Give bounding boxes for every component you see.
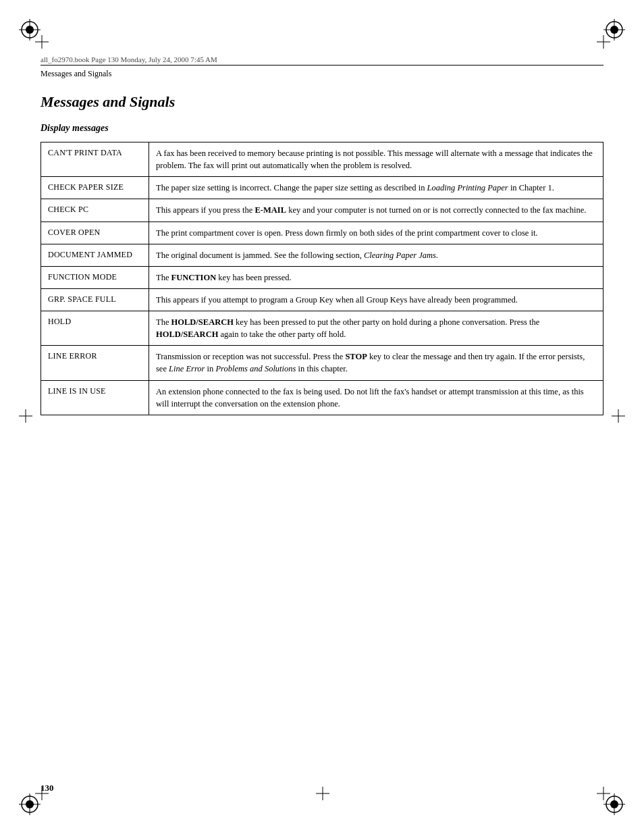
table-row: LINE ERRORTransmission or reception was …	[41, 346, 603, 380]
header-rule	[41, 65, 603, 66]
message-code: COVER OPEN	[41, 221, 149, 244]
section-title: Display messages	[41, 123, 603, 134]
table-row: FUNCTION MODEThe FUNCTION key has been p…	[41, 266, 603, 288]
message-description: The original document is jammed. See the…	[149, 244, 603, 266]
message-description: A fax has been received to memory becaus…	[149, 142, 603, 177]
cross-mark-tr	[597, 35, 609, 47]
message-code: DOCUMENT JAMMED	[41, 244, 149, 266]
messages-table: CAN'T PRINT DATAA fax has been received …	[41, 142, 603, 415]
side-mark-left	[19, 409, 32, 425]
message-code: CHECK PAPER SIZE	[41, 177, 149, 199]
message-code: GRP. SPACE FULL	[41, 288, 149, 311]
message-description: The paper size setting is incorrect. Cha…	[149, 177, 603, 199]
message-code: LINE ERROR	[41, 346, 149, 380]
page-title: Messages and Signals	[41, 93, 603, 111]
header-meta: all_fo2970.book Page 130 Monday, July 24…	[41, 55, 603, 63]
message-description: An extension phone connected to the fax …	[149, 380, 603, 415]
side-mark-right	[612, 409, 625, 425]
table-row: COVER OPENThe print compartment cover is…	[41, 221, 603, 244]
message-description: This appears if you press the E-MAIL key…	[149, 199, 603, 221]
message-code: CHECK PC	[41, 199, 149, 221]
message-description: The FUNCTION key has been pressed.	[149, 266, 603, 288]
message-code: CAN'T PRINT DATA	[41, 142, 149, 177]
table-row: CHECK PAPER SIZEThe paper size setting i…	[41, 177, 603, 199]
table-row: LINE IS IN USEAn extension phone connect…	[41, 380, 603, 415]
message-description: This appears if you attempt to program a…	[149, 288, 603, 311]
table-row: CHECK PCThis appears if you press the E-…	[41, 199, 603, 221]
message-description: The print compartment cover is open. Pre…	[149, 221, 603, 244]
message-description: Transmission or reception was not succes…	[149, 346, 603, 380]
message-code: HOLD	[41, 311, 149, 346]
main-content: Messages and Signals Display messages CA…	[41, 80, 603, 780]
table-row: CAN'T PRINT DATAA fax has been received …	[41, 142, 603, 177]
cross-mark-bc	[316, 787, 328, 799]
cross-mark-br	[597, 787, 609, 799]
cross-mark-tl	[35, 35, 47, 47]
table-row: DOCUMENT JAMMEDThe original document is …	[41, 244, 603, 266]
message-code: FUNCTION MODE	[41, 266, 149, 288]
message-code: LINE IS IN USE	[41, 380, 149, 415]
table-row: GRP. SPACE FULLThis appears if you attem…	[41, 288, 603, 311]
message-description: The HOLD/SEARCH key has been pressed to …	[149, 311, 603, 346]
table-row: HOLDThe HOLD/SEARCH key has been pressed…	[41, 311, 603, 346]
breadcrumb: Messages and Signals	[41, 69, 111, 79]
page-number: 130	[41, 783, 54, 793]
